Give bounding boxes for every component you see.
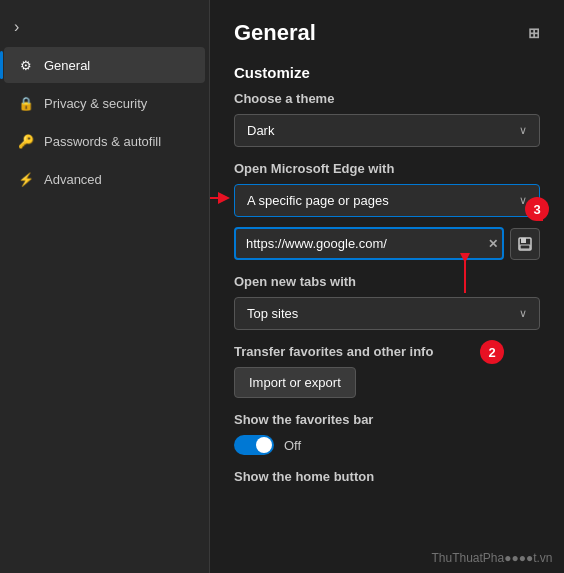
gear-icon: ⚙	[18, 57, 34, 73]
clear-url-button[interactable]: ✕	[488, 237, 498, 251]
theme-dropdown[interactable]: Dark ∨	[234, 114, 540, 147]
sidebar-item-label: General	[44, 58, 90, 73]
url-input-row: ✕ 3	[234, 227, 540, 260]
svg-rect-4	[520, 245, 530, 249]
new-tabs-value: Top sites	[247, 306, 298, 321]
annotation-badge-2: 2	[480, 340, 504, 364]
arrow-2	[458, 253, 472, 293]
sidebar-item-passwords[interactable]: 🔑 Passwords & autofill	[4, 123, 205, 159]
open-with-label: Open Microsoft Edge with	[234, 161, 540, 176]
annotation-badge-3: 3	[525, 197, 549, 221]
lock-icon: 🔒	[18, 95, 34, 111]
watermark: ThuThuatPha●●●●t.vn	[420, 551, 564, 565]
sidebar-item-privacy[interactable]: 🔒 Privacy & security	[4, 85, 205, 121]
sidebar-item-advanced[interactable]: ⚡ Advanced	[4, 161, 205, 197]
save-url-button[interactable]	[510, 228, 540, 260]
chevron-right-icon: ›	[14, 18, 19, 36]
arrow-1	[210, 188, 229, 208]
theme-label: Choose a theme	[234, 91, 540, 106]
new-tabs-row: Top sites ∨ 2	[234, 297, 540, 330]
favorites-bar-toggle[interactable]	[234, 435, 274, 455]
open-with-row: A specific page or pages ∨ 1	[234, 184, 540, 217]
favorites-bar-toggle-row: Off	[234, 435, 540, 455]
chevron-down-icon: ∨	[519, 307, 527, 320]
import-export-button[interactable]: Import or export	[234, 367, 356, 398]
new-tabs-label: Open new tabs with	[234, 274, 540, 289]
toggle-knob	[256, 437, 272, 453]
new-tabs-dropdown[interactable]: Top sites ∨	[234, 297, 540, 330]
sidebar-collapse-button[interactable]: ›	[0, 8, 209, 46]
advanced-icon: ⚡	[18, 171, 34, 187]
favorites-bar-state: Off	[284, 438, 301, 453]
pin-icon[interactable]: ⊞	[528, 25, 540, 41]
main-content: General ⊞ Customize Choose a theme Dark …	[210, 0, 564, 573]
page-title: General	[234, 20, 316, 46]
chevron-down-icon: ∨	[519, 124, 527, 137]
open-with-value: A specific page or pages	[247, 193, 389, 208]
key-icon: 🔑	[18, 133, 34, 149]
page-title-row: General ⊞	[234, 20, 540, 46]
sidebar-item-label: Privacy & security	[44, 96, 147, 111]
sidebar: › ⚙ General 🔒 Privacy & security 🔑 Passw…	[0, 0, 210, 573]
save-icon	[517, 236, 533, 252]
favorites-bar-label: Show the favorites bar	[234, 412, 540, 427]
svg-rect-3	[521, 238, 526, 243]
theme-value: Dark	[247, 123, 274, 138]
sidebar-item-general[interactable]: ⚙ General	[4, 47, 205, 83]
show-home-label: Show the home button	[234, 469, 540, 484]
sidebar-item-label: Passwords & autofill	[44, 134, 161, 149]
open-with-dropdown[interactable]: A specific page or pages ∨	[234, 184, 540, 217]
section-customize-title: Customize	[234, 64, 540, 81]
sidebar-item-label: Advanced	[44, 172, 102, 187]
